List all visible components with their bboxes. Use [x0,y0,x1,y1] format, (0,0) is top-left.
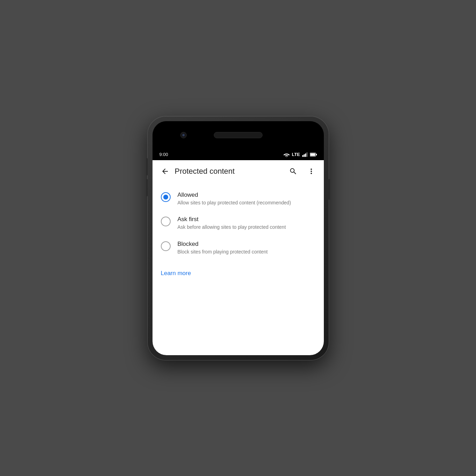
radio-allowed[interactable] [161,192,171,202]
lte-label: LTE [292,152,300,157]
top-bezel [153,121,324,149]
option-allowed-title: Allowed [178,192,315,198]
back-button[interactable] [157,163,173,180]
signal-icon [302,152,308,157]
status-bar: 9:00 LTE [153,149,324,160]
learn-more-link[interactable]: Learn more [161,270,191,276]
option-blocked[interactable]: Blocked Block sites from playing protect… [153,236,324,260]
volume-up-button[interactable] [146,158,148,175]
svg-rect-6 [315,154,317,155]
radio-blocked[interactable] [161,241,171,251]
svg-rect-3 [305,153,306,157]
status-icons: LTE [283,152,317,157]
radio-allowed-fill [163,195,168,200]
option-blocked-title: Blocked [178,241,315,248]
option-ask-first-text: Ask first Ask before allowing sites to p… [178,216,315,231]
more-icon [307,167,315,175]
volume-down-button[interactable] [146,179,148,196]
svg-rect-2 [304,154,305,157]
option-allowed-text: Allowed Allow sites to play protected co… [178,192,315,206]
svg-rect-1 [302,155,303,157]
wifi-icon [283,152,290,157]
svg-point-0 [286,157,287,157]
battery-icon [310,152,317,157]
option-ask-first-desc: Ask before allowing sites to play protec… [178,224,315,231]
app-bar: Protected content [153,160,324,182]
option-allowed-desc: Allow sites to play protected content (r… [178,200,315,206]
power-button[interactable] [329,179,330,200]
more-options-button[interactable] [303,163,320,180]
option-ask-first-title: Ask first [178,216,315,223]
search-button[interactable] [285,163,302,180]
radio-ask-first[interactable] [161,217,171,226]
app-bar-actions [285,163,320,180]
svg-rect-7 [310,153,315,156]
option-blocked-desc: Block sites from playing protected conte… [178,249,315,256]
phone-screen: 9:00 LTE [153,121,324,355]
options-list: Allowed Allow sites to play protected co… [153,182,324,265]
option-ask-first[interactable]: Ask first Ask before allowing sites to p… [153,211,324,236]
back-icon [161,167,169,175]
screen-content: Protected content [153,160,324,355]
svg-rect-4 [306,152,307,157]
learn-more-section: Learn more [153,264,324,282]
option-blocked-text: Blocked Block sites from playing protect… [178,241,315,256]
speaker-grille [214,132,263,138]
page-title: Protected content [175,167,285,176]
search-icon [289,167,297,175]
option-allowed[interactable]: Allowed Allow sites to play protected co… [153,187,324,211]
phone-device: 9:00 LTE [148,116,329,360]
front-camera [180,132,187,138]
status-time: 9:00 [159,152,168,157]
